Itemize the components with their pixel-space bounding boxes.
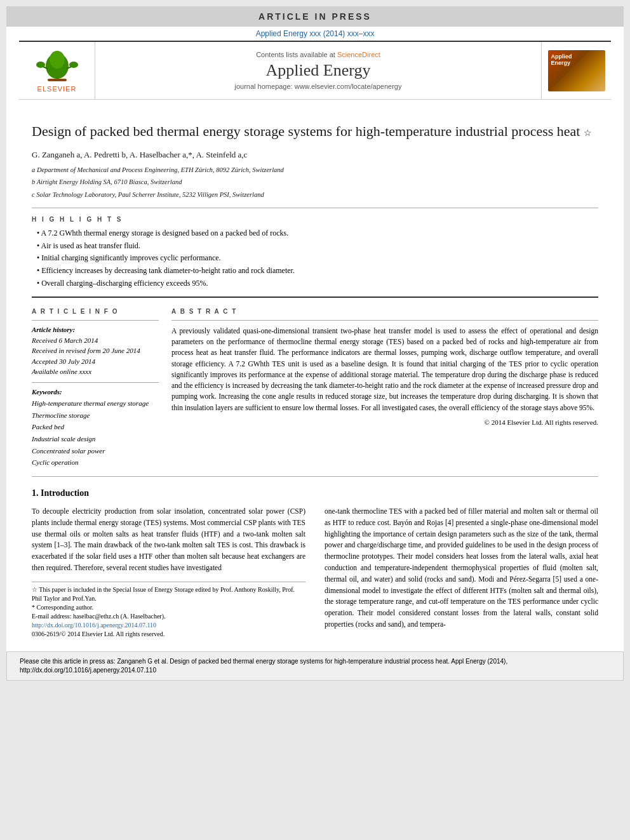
citation-box: Please cite this article in press as: Za… [6, 651, 624, 681]
article-title-text: Design of packed bed thermal energy stor… [32, 123, 580, 139]
journal-ref-text: Applied Energy xxx (2014) xxx–xxx [256, 29, 375, 38]
article-info-col: A R T I C L E I N F O Article history: R… [32, 308, 159, 469]
intro-left-col: To decouple electricity production from … [32, 506, 305, 639]
article-info-abstract-section: A R T I C L E I N F O Article history: R… [32, 308, 598, 469]
revised-date: Received in revised form 20 June 2014 [32, 345, 159, 356]
intro-title-text: Introduction [41, 488, 89, 498]
affiliation-b: b Airtight Energy Holding SA, 6710 Biasc… [32, 177, 598, 187]
journal-ref-line: Applied Energy xxx (2014) xxx–xxx [6, 27, 624, 41]
keyword-4: Industrial scale design [32, 433, 159, 445]
ae-logo-text: AppliedEnergy [551, 53, 572, 67]
keyword-6: Cyclic operation [32, 457, 159, 469]
info-divider [32, 320, 159, 321]
footnotes: ☆ This paper is included in the Special … [32, 582, 305, 639]
highlight-item-3: Initial charging significantly improves … [37, 253, 598, 263]
highlights-list: A 7.2 GWhth thermal energy storage is de… [32, 228, 598, 289]
introduction-body: To decouple electricity production from … [32, 506, 598, 639]
keyword-1: High-temperature thermal energy storage [32, 397, 159, 410]
intro-left-text: To decouple electricity production from … [32, 506, 305, 574]
svg-point-2 [50, 51, 65, 69]
elsevier-logo: ELSEVIER [19, 42, 95, 99]
sciencedirect-line: Contents lists available at ScienceDirec… [256, 51, 380, 58]
journal-center-info: Contents lists available at ScienceDirec… [95, 42, 541, 99]
divider-3 [32, 476, 598, 477]
divider-2 [32, 297, 598, 298]
banner-text: ARTICLE IN PRESS [258, 11, 372, 22]
keywords-title: Keywords: [32, 388, 159, 396]
received-date: Received 6 March 2014 [32, 335, 159, 346]
highlight-item-2: Air is used as heat transfer fluid. [37, 241, 598, 251]
applied-energy-logo-box: AppliedEnergy [548, 50, 605, 91]
journal-homepage: journal homepage: www.elsevier.com/locat… [235, 83, 402, 90]
journal-header: ELSEVIER Contents lists available at Sci… [19, 41, 611, 100]
article-info-label: A R T I C L E I N F O [32, 308, 159, 315]
article-title: Design of packed bed thermal energy stor… [32, 123, 598, 141]
elsevier-tree-icon [35, 48, 79, 83]
highlight-item-1: A 7.2 GWhth thermal energy storage is de… [37, 228, 598, 239]
copyright-line: © 2014 Elsevier Ltd. All rights reserved… [171, 418, 598, 426]
footnote-star: ☆ This paper is included in the Special … [32, 585, 305, 603]
article-history: Received 6 March 2014 Received in revise… [32, 335, 159, 377]
footnote-issn: 0306-2619/© 2014 Elsevier Ltd. All right… [32, 630, 305, 639]
svg-point-6 [69, 62, 78, 68]
abstract-text: A previously validated quasi-one-dimensi… [171, 326, 598, 413]
citation-text: Please cite this article in press as: Za… [20, 658, 507, 674]
introduction-section: 1. Introduction To decouple electricity … [32, 488, 598, 639]
affiliation-a: a Department of Mechanical and Process E… [32, 165, 598, 175]
keywords-divider [32, 382, 159, 383]
footnote-email: E-mail address: haselbac@ethz.ch (A. Has… [32, 612, 305, 621]
abstract-col: A B S T R A C T A previously validated q… [171, 308, 598, 469]
intro-right-text: one-tank thermocline TES with a packed b… [325, 506, 598, 630]
elsevier-brand-text: ELSEVIER [37, 85, 77, 93]
divider-1 [32, 208, 598, 208]
footnote-corresponding: * Corresponding author. [32, 603, 305, 612]
authors-line: G. Zanganeh a, A. Pedretti b, A. Haselba… [32, 150, 598, 160]
highlights-label: H I G H L I G H T S [32, 216, 598, 223]
highlight-item-4: Efficiency increases by decreasing tank … [37, 265, 598, 276]
svg-rect-7 [48, 79, 67, 81]
intro-number: 1. [32, 488, 39, 498]
svg-point-5 [36, 62, 45, 68]
page: ARTICLE IN PRESS Applied Energy xxx (201… [6, 6, 624, 681]
affiliation-c: c Solar Technology Laboratory, Paul Sche… [32, 190, 598, 200]
sciencedirect-prefix: Contents lists available at [256, 51, 337, 58]
highlights-section: H I G H L I G H T S A 7.2 GWhth thermal … [32, 216, 598, 289]
keyword-3: Packed bed [32, 421, 159, 433]
main-content: Design of packed bed thermal energy stor… [6, 100, 624, 651]
abstract-divider [171, 320, 598, 321]
history-title: Article history: [32, 326, 159, 333]
abstract-label: A B S T R A C T [171, 308, 598, 315]
accepted-date: Accepted 30 July 2014 [32, 356, 159, 367]
keywords-list: High-temperature thermal energy storage … [32, 397, 159, 469]
applied-energy-logo-container: AppliedEnergy [541, 42, 611, 99]
footnote-doi[interactable]: http://dx.doi.org/10.1016/j.apenergy.201… [32, 621, 305, 630]
sciencedirect-link[interactable]: ScienceDirect [337, 51, 380, 58]
article-star-note: ☆ [584, 128, 592, 138]
keyword-5: Concentrated solar power [32, 445, 159, 457]
intro-right-col: one-tank thermocline TES with a packed b… [325, 506, 598, 639]
available-date: Available online xxxx [32, 366, 159, 377]
article-in-press-banner: ARTICLE IN PRESS [6, 6, 624, 27]
highlight-item-5: Overall charging–discharging efficiency … [37, 278, 598, 289]
intro-section-title: 1. Introduction [32, 488, 598, 498]
journal-title: Applied Energy [266, 61, 371, 80]
keyword-2: Thermocline storage [32, 410, 159, 422]
